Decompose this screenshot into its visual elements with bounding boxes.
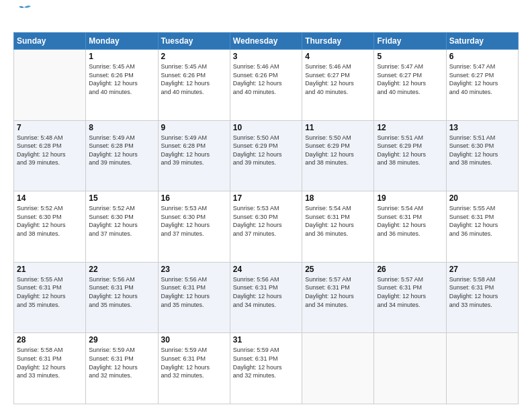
day-number: 30	[161, 335, 227, 345]
day-info: Sunrise: 5:57 AM Sunset: 6:31 PM Dayligh…	[377, 275, 443, 309]
weekday-header-wednesday: Wednesday	[230, 33, 302, 50]
day-number: 3	[233, 52, 299, 61]
day-info: Sunrise: 5:54 AM Sunset: 6:31 PM Dayligh…	[305, 204, 371, 238]
calendar-cell: 31Sunrise: 5:59 AM Sunset: 6:31 PM Dayli…	[230, 333, 302, 404]
day-number: 14	[17, 193, 83, 203]
calendar-week-row: 7Sunrise: 5:48 AM Sunset: 6:28 PM Daylig…	[14, 120, 519, 191]
calendar-cell: 29Sunrise: 5:59 AM Sunset: 6:31 PM Dayli…	[86, 333, 158, 404]
day-info: Sunrise: 5:45 AM Sunset: 6:26 PM Dayligh…	[89, 62, 154, 96]
calendar-cell: 4Sunrise: 5:46 AM Sunset: 6:27 PM Daylig…	[302, 50, 374, 121]
weekday-header-thursday: Thursday	[302, 33, 374, 50]
calendar-week-row: 21Sunrise: 5:55 AM Sunset: 6:31 PM Dayli…	[14, 262, 519, 333]
day-info: Sunrise: 5:58 AM Sunset: 6:31 PM Dayligh…	[17, 346, 83, 379]
calendar-cell: 20Sunrise: 5:55 AM Sunset: 6:31 PM Dayli…	[446, 191, 518, 263]
day-info: Sunrise: 5:47 AM Sunset: 6:27 PM Dayligh…	[449, 62, 515, 96]
day-number: 9	[161, 123, 227, 132]
day-number: 24	[233, 265, 299, 274]
day-info: Sunrise: 5:55 AM Sunset: 6:31 PM Dayligh…	[17, 275, 83, 309]
day-number: 28	[17, 335, 83, 345]
calendar-cell: 25Sunrise: 5:57 AM Sunset: 6:31 PM Dayli…	[302, 262, 374, 333]
calendar-cell: 27Sunrise: 5:58 AM Sunset: 6:31 PM Dayli…	[446, 262, 518, 333]
calendar-cell: 9Sunrise: 5:49 AM Sunset: 6:28 PM Daylig…	[158, 120, 230, 191]
day-info: Sunrise: 5:52 AM Sunset: 6:30 PM Dayligh…	[17, 204, 83, 238]
weekday-header-tuesday: Tuesday	[158, 33, 230, 50]
day-number: 31	[233, 335, 299, 345]
day-number: 1	[89, 52, 154, 61]
calendar-cell: 7Sunrise: 5:48 AM Sunset: 6:28 PM Daylig…	[14, 120, 86, 191]
calendar-cell	[14, 50, 86, 121]
calendar-header-row: SundayMondayTuesdayWednesdayThursdayFrid…	[14, 33, 519, 50]
calendar-cell: 22Sunrise: 5:56 AM Sunset: 6:31 PM Dayli…	[86, 262, 158, 333]
calendar-cell: 3Sunrise: 5:46 AM Sunset: 6:26 PM Daylig…	[230, 50, 302, 121]
logo	[13, 11, 34, 26]
day-number: 20	[449, 193, 515, 203]
day-info: Sunrise: 5:56 AM Sunset: 6:31 PM Dayligh…	[233, 275, 299, 309]
day-info: Sunrise: 5:56 AM Sunset: 6:31 PM Dayligh…	[161, 275, 227, 309]
day-info: Sunrise: 5:50 AM Sunset: 6:29 PM Dayligh…	[305, 134, 371, 167]
calendar-cell: 5Sunrise: 5:47 AM Sunset: 6:27 PM Daylig…	[374, 50, 446, 121]
day-number: 6	[449, 52, 515, 61]
day-info: Sunrise: 5:53 AM Sunset: 6:30 PM Dayligh…	[161, 204, 227, 238]
day-number: 23	[161, 265, 227, 274]
day-info: Sunrise: 5:59 AM Sunset: 6:31 PM Dayligh…	[161, 346, 227, 379]
weekday-header-saturday: Saturday	[446, 33, 518, 50]
day-number: 25	[305, 265, 371, 274]
weekday-header-monday: Monday	[86, 33, 158, 50]
calendar-week-row: 28Sunrise: 5:58 AM Sunset: 6:31 PM Dayli…	[14, 333, 519, 404]
day-info: Sunrise: 5:47 AM Sunset: 6:27 PM Dayligh…	[377, 62, 443, 96]
day-number: 21	[17, 265, 83, 274]
day-number: 8	[89, 123, 154, 132]
day-info: Sunrise: 5:45 AM Sunset: 6:26 PM Dayligh…	[161, 62, 227, 96]
calendar-cell: 11Sunrise: 5:50 AM Sunset: 6:29 PM Dayli…	[302, 120, 374, 191]
day-number: 10	[233, 123, 299, 132]
logo-bird-icon	[15, 5, 34, 19]
day-number: 15	[89, 193, 154, 203]
calendar-cell: 21Sunrise: 5:55 AM Sunset: 6:31 PM Dayli…	[14, 262, 86, 333]
calendar-cell: 17Sunrise: 5:53 AM Sunset: 6:30 PM Dayli…	[230, 191, 302, 263]
day-number: 26	[377, 265, 443, 274]
day-info: Sunrise: 5:46 AM Sunset: 6:27 PM Dayligh…	[305, 62, 371, 96]
day-number: 4	[305, 52, 371, 61]
day-info: Sunrise: 5:58 AM Sunset: 6:31 PM Dayligh…	[449, 275, 515, 309]
day-info: Sunrise: 5:46 AM Sunset: 6:26 PM Dayligh…	[233, 62, 299, 96]
calendar-cell: 16Sunrise: 5:53 AM Sunset: 6:30 PM Dayli…	[158, 191, 230, 263]
calendar-cell: 6Sunrise: 5:47 AM Sunset: 6:27 PM Daylig…	[446, 50, 518, 121]
calendar-week-row: 1Sunrise: 5:45 AM Sunset: 6:26 PM Daylig…	[14, 50, 519, 121]
day-info: Sunrise: 5:48 AM Sunset: 6:28 PM Dayligh…	[17, 134, 83, 167]
day-number: 22	[89, 265, 154, 274]
header	[13, 11, 519, 26]
day-number: 16	[161, 193, 227, 203]
calendar-table: SundayMondayTuesdayWednesdayThursdayFrid…	[13, 32, 519, 404]
calendar-cell: 14Sunrise: 5:52 AM Sunset: 6:30 PM Dayli…	[14, 191, 86, 263]
calendar-cell: 24Sunrise: 5:56 AM Sunset: 6:31 PM Dayli…	[230, 262, 302, 333]
day-info: Sunrise: 5:53 AM Sunset: 6:30 PM Dayligh…	[233, 204, 299, 238]
day-info: Sunrise: 5:56 AM Sunset: 6:31 PM Dayligh…	[89, 275, 154, 309]
weekday-header-sunday: Sunday	[14, 33, 86, 50]
day-info: Sunrise: 5:51 AM Sunset: 6:30 PM Dayligh…	[449, 134, 515, 167]
day-info: Sunrise: 5:59 AM Sunset: 6:31 PM Dayligh…	[233, 346, 299, 379]
day-number: 5	[377, 52, 443, 61]
calendar-cell: 30Sunrise: 5:59 AM Sunset: 6:31 PM Dayli…	[158, 333, 230, 404]
day-number: 2	[161, 52, 227, 61]
calendar-cell: 15Sunrise: 5:52 AM Sunset: 6:30 PM Dayli…	[86, 191, 158, 263]
calendar-cell: 8Sunrise: 5:49 AM Sunset: 6:28 PM Daylig…	[86, 120, 158, 191]
calendar-cell	[446, 333, 518, 404]
day-info: Sunrise: 5:49 AM Sunset: 6:28 PM Dayligh…	[161, 134, 227, 167]
day-info: Sunrise: 5:51 AM Sunset: 6:29 PM Dayligh…	[377, 134, 443, 167]
day-info: Sunrise: 5:49 AM Sunset: 6:28 PM Dayligh…	[89, 134, 154, 167]
day-info: Sunrise: 5:57 AM Sunset: 6:31 PM Dayligh…	[305, 275, 371, 309]
day-number: 17	[233, 193, 299, 203]
day-number: 11	[305, 123, 371, 132]
day-number: 29	[89, 335, 154, 345]
day-info: Sunrise: 5:54 AM Sunset: 6:31 PM Dayligh…	[377, 204, 443, 238]
calendar-cell: 23Sunrise: 5:56 AM Sunset: 6:31 PM Dayli…	[158, 262, 230, 333]
day-number: 7	[17, 123, 83, 132]
calendar-cell	[374, 333, 446, 404]
calendar-week-row: 14Sunrise: 5:52 AM Sunset: 6:30 PM Dayli…	[14, 191, 519, 263]
calendar-cell: 13Sunrise: 5:51 AM Sunset: 6:30 PM Dayli…	[446, 120, 518, 191]
day-info: Sunrise: 5:55 AM Sunset: 6:31 PM Dayligh…	[449, 204, 515, 238]
day-info: Sunrise: 5:59 AM Sunset: 6:31 PM Dayligh…	[89, 346, 154, 379]
calendar-cell: 28Sunrise: 5:58 AM Sunset: 6:31 PM Dayli…	[14, 333, 86, 404]
calendar-cell: 1Sunrise: 5:45 AM Sunset: 6:26 PM Daylig…	[86, 50, 158, 121]
calendar-cell: 2Sunrise: 5:45 AM Sunset: 6:26 PM Daylig…	[158, 50, 230, 121]
